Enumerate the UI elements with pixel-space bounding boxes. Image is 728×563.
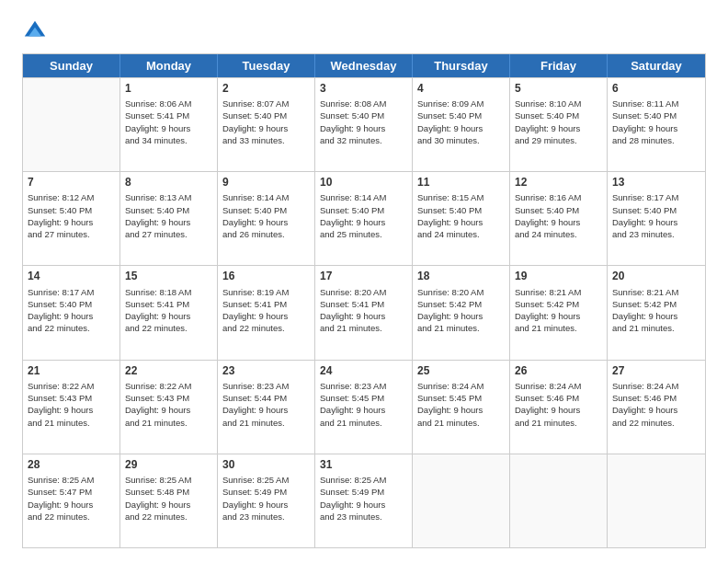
calendar-cell: 14Sunrise: 8:17 AMSunset: 5:40 PMDayligh… (23, 266, 120, 359)
cell-info: Daylight: 9 hours (320, 216, 407, 228)
day-number: 15 (125, 269, 212, 283)
logo-icon (22, 18, 48, 44)
cell-info: Sunset: 5:40 PM (515, 204, 602, 216)
calendar-week-row: 14Sunrise: 8:17 AMSunset: 5:40 PMDayligh… (23, 265, 705, 359)
calendar-cell: 8Sunrise: 8:13 AMSunset: 5:40 PMDaylight… (120, 172, 218, 265)
cell-info: Sunrise: 8:22 AM (28, 380, 115, 392)
cell-info: and 22 minutes. (28, 511, 115, 523)
calendar-cell: 17Sunrise: 8:20 AMSunset: 5:41 PMDayligh… (315, 266, 413, 359)
cell-info: and 21 minutes. (417, 417, 505, 429)
cell-info: Sunset: 5:40 PM (28, 298, 115, 310)
cell-info: Sunset: 5:40 PM (612, 204, 700, 216)
cell-info: and 26 minutes. (222, 228, 310, 240)
cell-info: Sunset: 5:41 PM (222, 298, 310, 310)
cell-info: Sunset: 5:40 PM (125, 204, 212, 216)
cell-info: Sunset: 5:45 PM (417, 392, 505, 404)
cell-info: Daylight: 9 hours (222, 216, 310, 228)
day-number: 8 (125, 175, 212, 190)
cell-info: Sunrise: 8:17 AM (612, 191, 700, 203)
calendar-cell: 1Sunrise: 8:06 AMSunset: 5:41 PMDaylight… (120, 78, 218, 171)
calendar-cell (510, 454, 608, 547)
calendar-cell (608, 454, 705, 547)
cell-info: Daylight: 9 hours (515, 310, 602, 322)
cell-info: Sunrise: 8:14 AM (320, 191, 407, 203)
cell-info: and 24 minutes. (515, 228, 602, 240)
day-number: 27 (612, 363, 700, 378)
cell-info: Sunset: 5:40 PM (417, 109, 505, 121)
cell-info: Sunrise: 8:24 AM (417, 380, 505, 392)
cell-info: and 33 minutes. (222, 134, 310, 146)
cell-info: Daylight: 9 hours (612, 216, 700, 228)
cell-info: Sunset: 5:40 PM (612, 109, 700, 121)
calendar-cell: 15Sunrise: 8:18 AMSunset: 5:41 PMDayligh… (120, 266, 218, 359)
cell-info: Daylight: 9 hours (515, 404, 602, 416)
cell-info: Daylight: 9 hours (417, 122, 505, 134)
cell-info: and 25 minutes. (320, 228, 407, 240)
day-number: 24 (320, 363, 407, 378)
cell-info: Daylight: 9 hours (222, 404, 310, 416)
cell-info: Sunset: 5:42 PM (515, 298, 602, 310)
cell-info: Sunset: 5:40 PM (515, 109, 602, 121)
cell-info: Sunrise: 8:20 AM (320, 286, 407, 298)
cell-info: Daylight: 9 hours (222, 122, 310, 134)
cell-info: Daylight: 9 hours (417, 216, 505, 228)
cell-info: and 22 minutes. (28, 322, 115, 334)
calendar-cell: 25Sunrise: 8:24 AMSunset: 5:45 PMDayligh… (413, 361, 510, 454)
calendar-header-day: Monday (120, 54, 218, 77)
day-number: 26 (515, 363, 602, 378)
cell-info: and 29 minutes. (515, 134, 602, 146)
cell-info: Daylight: 9 hours (320, 122, 407, 134)
cell-info: Sunrise: 8:11 AM (612, 98, 700, 109)
cell-info: and 23 minutes. (222, 511, 310, 523)
cell-info: Daylight: 9 hours (417, 310, 505, 322)
cell-info: Sunset: 5:42 PM (612, 298, 700, 310)
cell-info: Daylight: 9 hours (222, 310, 310, 322)
calendar-cell: 30Sunrise: 8:25 AMSunset: 5:49 PMDayligh… (218, 454, 315, 547)
calendar-cell: 16Sunrise: 8:19 AMSunset: 5:41 PMDayligh… (218, 266, 315, 359)
day-number: 6 (612, 81, 700, 96)
calendar-body: 1Sunrise: 8:06 AMSunset: 5:41 PMDaylight… (23, 77, 705, 547)
calendar: SundayMondayTuesdayWednesdayThursdayFrid… (22, 53, 706, 548)
day-number: 18 (417, 269, 505, 283)
calendar-header-day: Saturday (608, 54, 705, 77)
cell-info: Sunset: 5:40 PM (320, 204, 407, 216)
cell-info: Sunrise: 8:14 AM (222, 191, 310, 203)
cell-info: Daylight: 9 hours (417, 404, 505, 416)
cell-info: Sunset: 5:42 PM (417, 298, 505, 310)
cell-info: and 22 minutes. (612, 417, 700, 429)
cell-info: and 21 minutes. (320, 417, 407, 429)
cell-info: Sunset: 5:48 PM (125, 486, 212, 498)
cell-info: and 22 minutes. (125, 322, 212, 334)
cell-info: Sunset: 5:45 PM (320, 392, 407, 404)
calendar-cell: 21Sunrise: 8:22 AMSunset: 5:43 PMDayligh… (23, 361, 120, 454)
cell-info: Sunrise: 8:25 AM (222, 474, 310, 486)
cell-info: and 27 minutes. (28, 228, 115, 240)
calendar-cell: 2Sunrise: 8:07 AMSunset: 5:40 PMDaylight… (218, 78, 315, 171)
cell-info: Sunrise: 8:25 AM (125, 474, 212, 486)
day-number: 2 (222, 81, 310, 96)
cell-info: and 24 minutes. (417, 228, 505, 240)
calendar-cell: 31Sunrise: 8:25 AMSunset: 5:49 PMDayligh… (315, 454, 413, 547)
calendar-cell: 11Sunrise: 8:15 AMSunset: 5:40 PMDayligh… (413, 172, 510, 265)
calendar-week-row: 21Sunrise: 8:22 AMSunset: 5:43 PMDayligh… (23, 360, 705, 454)
cell-info: Sunrise: 8:20 AM (417, 286, 505, 298)
cell-info: Sunrise: 8:08 AM (320, 98, 407, 109)
cell-info: Daylight: 9 hours (612, 122, 700, 134)
calendar-week-row: 7Sunrise: 8:12 AMSunset: 5:40 PMDaylight… (23, 171, 705, 265)
cell-info: Daylight: 9 hours (28, 404, 115, 416)
day-number: 4 (417, 81, 505, 96)
day-number: 12 (515, 175, 602, 190)
cell-info: Sunset: 5:41 PM (125, 109, 212, 121)
calendar-cell: 3Sunrise: 8:08 AMSunset: 5:40 PMDaylight… (315, 78, 413, 171)
cell-info: and 28 minutes. (612, 134, 700, 146)
cell-info: Daylight: 9 hours (28, 310, 115, 322)
day-number: 30 (222, 457, 310, 472)
cell-info: Sunrise: 8:18 AM (125, 286, 212, 298)
cell-info: Sunset: 5:40 PM (320, 109, 407, 121)
cell-info: and 27 minutes. (125, 228, 212, 240)
cell-info: and 32 minutes. (320, 134, 407, 146)
page: SundayMondayTuesdayWednesdayThursdayFrid… (0, 0, 728, 563)
calendar-cell: 22Sunrise: 8:22 AMSunset: 5:43 PMDayligh… (120, 361, 218, 454)
cell-info: and 34 minutes. (125, 134, 212, 146)
calendar-cell: 10Sunrise: 8:14 AMSunset: 5:40 PMDayligh… (315, 172, 413, 265)
